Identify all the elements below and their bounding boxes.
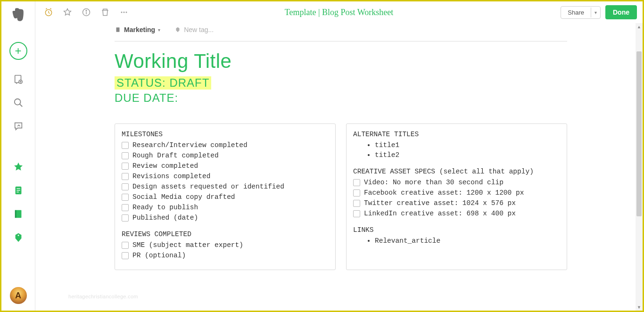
checklist-item: Published (date) — [122, 213, 329, 223]
checkbox[interactable] — [122, 252, 129, 259]
list-item: title1 — [375, 140, 560, 150]
checklist-label: Ready to publish — [132, 203, 198, 213]
checkbox[interactable] — [353, 179, 360, 186]
checkbox[interactable] — [122, 183, 129, 190]
share-label: Share — [561, 7, 591, 18]
milestones-heading: MILESTONES — [122, 130, 329, 140]
alt-titles-heading: ALTERNATE TITLES — [353, 130, 560, 140]
checklist-label: Revisions completed — [132, 172, 210, 181]
svg-rect-25 — [116, 27, 120, 32]
scroll-down-icon[interactable]: ▼ — [636, 304, 643, 311]
notebooks-icon[interactable] — [12, 208, 25, 220]
checklist-item: PR (optional) — [122, 251, 329, 261]
checklist-label: Design assets requested or identified — [132, 182, 284, 192]
scroll-up-icon[interactable]: ▲ — [636, 23, 643, 30]
checkbox[interactable] — [122, 242, 129, 249]
checklist-label: LinkedIn creative asset: 698 x 400 px — [364, 209, 516, 219]
checklist-item: Revisions completed — [122, 172, 329, 181]
working-title[interactable]: Working Title — [115, 50, 643, 73]
notebook-name: Marketing — [124, 26, 155, 33]
checklist-item: Rough Draft completed — [122, 151, 329, 161]
checkbox[interactable] — [353, 210, 360, 217]
svg-point-23 — [124, 12, 125, 13]
checklist-item: Design assets requested or identified — [122, 182, 329, 192]
checklist-item: Social Media copy drafted — [122, 192, 329, 202]
checklist-item: Video: No more than 30 second clip — [353, 178, 560, 188]
shortcuts-icon[interactable] — [12, 73, 25, 85]
checklist-label: Social Media copy drafted — [132, 192, 235, 202]
svg-rect-8 — [17, 188, 20, 189]
list-item: title2 — [375, 150, 560, 160]
svg-rect-10 — [17, 192, 19, 192]
svg-point-22 — [121, 12, 123, 13]
checklist-label: Video: No more than 30 second clip — [364, 178, 504, 188]
checklist-label: Twitter creative asset: 1024 x 576 px — [364, 198, 516, 208]
checkbox[interactable] — [122, 163, 129, 170]
main-area: Template | Blog Post Worksheet Share ▾ D… — [35, 1, 643, 311]
links-list: Relevant_article — [353, 236, 560, 246]
checkbox[interactable] — [122, 152, 129, 159]
notes-icon[interactable] — [12, 184, 25, 197]
info-icon[interactable] — [79, 5, 94, 20]
more-icon[interactable] — [116, 5, 132, 20]
checklist-label: Review completed — [132, 161, 198, 171]
svg-point-13 — [17, 235, 19, 236]
share-button[interactable]: Share ▾ — [561, 6, 601, 19]
checklist-label: Research/Interview completed — [132, 140, 248, 150]
due-date-line[interactable]: DUE DATE: — [115, 91, 643, 105]
status-line[interactable]: STATUS: DRAFT — [115, 76, 211, 90]
note-title[interactable]: Template | Blog Post Worksheet — [285, 8, 394, 17]
tag-input[interactable]: New tag... — [174, 26, 214, 33]
avatar-initial: A — [15, 291, 21, 301]
star-icon[interactable] — [12, 161, 25, 173]
note-body[interactable]: Working Title STATUS: DRAFT DUE DATE: MI… — [35, 36, 643, 311]
checklist-item: Facebook creative asset: 1200 x 1200 px — [353, 188, 560, 198]
tag-icon — [174, 26, 181, 33]
checklist-item: Ready to publish — [122, 203, 329, 213]
done-button[interactable]: Done — [605, 5, 637, 19]
svg-point-5 — [14, 99, 20, 105]
alternates-card: ALTERNATE TITLES title1 title2 CREATIVE … — [346, 123, 567, 270]
scrollbar[interactable]: ▲ ▼ — [636, 23, 643, 311]
reviews-heading: REVIEWS COMPLETED — [122, 230, 329, 239]
watermark: heritagechristiancollege.com — [68, 294, 138, 299]
tag-placeholder: New tag... — [184, 26, 214, 33]
checklist-label: Published (date) — [132, 213, 198, 223]
links-heading: LINKS — [353, 225, 560, 235]
tags-icon[interactable] — [12, 231, 25, 244]
list-item: Relevant_article — [375, 236, 560, 246]
svg-rect-9 — [17, 190, 20, 190]
meta-row: Marketing ▾ New tag... — [35, 23, 643, 36]
evernote-logo — [10, 7, 26, 23]
avatar[interactable]: A — [10, 287, 27, 304]
svg-rect-11 — [16, 210, 21, 218]
divider — [115, 41, 567, 41]
sidebar: + A — [1, 1, 35, 311]
alt-titles-list: title1 title2 — [353, 140, 560, 160]
svg-line-17 — [46, 8, 47, 9]
star-outline-icon[interactable] — [60, 5, 75, 20]
milestones-card: MILESTONES Research/Interview completed … — [115, 123, 336, 270]
checkbox[interactable] — [122, 214, 129, 222]
checkbox[interactable] — [122, 204, 129, 211]
chevron-down-icon[interactable]: ▾ — [591, 8, 600, 17]
svg-point-21 — [86, 10, 87, 11]
notebook-icon — [115, 26, 121, 33]
topbar: Template | Blog Post Worksheet Share ▾ D… — [35, 1, 643, 23]
scroll-thumb[interactable] — [636, 51, 642, 216]
new-note-button[interactable]: + — [9, 42, 27, 60]
checkbox[interactable] — [353, 189, 360, 197]
notebook-selector[interactable]: Marketing ▾ — [115, 26, 160, 33]
checkbox[interactable] — [353, 200, 360, 207]
checklist-item: LinkedIn creative asset: 698 x 400 px — [353, 209, 560, 219]
chevron-down-icon: ▾ — [158, 27, 160, 33]
checkbox[interactable] — [122, 173, 129, 180]
reminder-icon[interactable] — [41, 5, 56, 20]
checkbox[interactable] — [122, 194, 129, 201]
svg-point-24 — [126, 12, 127, 13]
search-icon[interactable] — [12, 97, 25, 109]
checkbox[interactable] — [122, 142, 129, 149]
workchat-icon[interactable] — [12, 120, 25, 132]
svg-line-18 — [50, 8, 51, 9]
trash-icon[interactable] — [98, 5, 113, 20]
